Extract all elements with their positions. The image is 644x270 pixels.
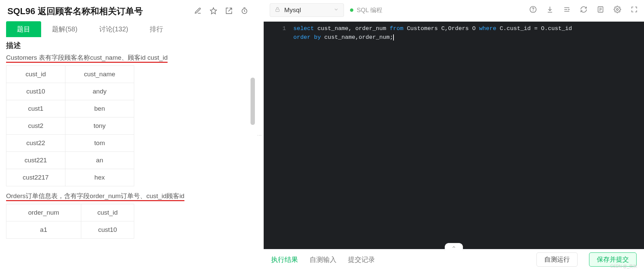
svg-rect-2 — [276, 9, 280, 11]
editor-toolbar: Mysql SQL 编程 — [264, 0, 644, 22]
edit-icon[interactable] — [194, 7, 202, 16]
editor-mode: SQL 编程 — [350, 6, 382, 14]
page-title: SQL96 返回顾客名称和相关订单号 — [7, 5, 191, 17]
tab-discuss[interactable]: 讨论(132) — [88, 21, 139, 37]
help-icon[interactable] — [529, 6, 537, 15]
desc-para1: Customers 表有字段顾客名称cust_name、顾客id cust_id — [6, 53, 250, 62]
pane-splitter[interactable]: ⋮ — [256, 0, 264, 270]
line-number: 1 — [264, 24, 286, 33]
lock-icon — [275, 6, 280, 14]
svg-point-4 — [533, 11, 533, 11]
code-editor[interactable]: 1 select cust_name, order_num from Custo… — [264, 22, 644, 249]
table-header: cust_id — [81, 204, 134, 221]
fullscreen-icon[interactable] — [631, 6, 638, 15]
format-icon[interactable] — [563, 6, 570, 15]
tab-history[interactable]: 提交记录 — [348, 255, 375, 264]
table-row: cust10andy — [6, 83, 134, 100]
customers-table: cust_id cust_name cust10andy cust1ben cu… — [6, 65, 134, 186]
status-dot-icon — [350, 8, 353, 12]
table-row: cust1ben — [6, 100, 134, 117]
kw-order: order — [293, 34, 311, 40]
table-row: cust22tom — [6, 135, 134, 152]
right-panel: Mysql SQL 编程 1 select cust_name, order_n… — [264, 0, 644, 270]
share-icon[interactable] — [225, 7, 233, 16]
code-tables: Customers C,Orders O — [403, 25, 479, 32]
code-area[interactable]: select cust_name, order_num from Custome… — [292, 22, 644, 249]
mode-label: SQL 编程 — [357, 6, 382, 14]
editor-toolbar-icons — [529, 6, 638, 15]
table-row: cust221an — [6, 152, 134, 169]
code-cols: cust_name, order_num — [314, 25, 389, 32]
table-row: cust2tony — [6, 117, 134, 135]
notes-icon[interactable] — [597, 6, 604, 15]
table-header: cust_id — [6, 66, 65, 83]
svg-marker-0 — [210, 7, 216, 14]
tab-rank[interactable]: 排行 — [139, 21, 174, 37]
scrollbar-thumb[interactable] — [251, 78, 255, 125]
bottom-bar: 执行结果 自测输入 提交记录 自测运行 保存并提交 CSDN @_奕秋 — [264, 249, 644, 270]
title-toolbar — [194, 7, 248, 16]
section-heading-desc: 描述 — [6, 40, 250, 51]
download-icon[interactable] — [546, 6, 554, 15]
desc-para1-text: Customers 表有字段顾客名称cust_name、顾客id cust_id — [6, 54, 168, 63]
refresh-icon[interactable] — [580, 6, 587, 15]
timer-icon[interactable] — [241, 7, 248, 16]
kw-where: where — [479, 25, 496, 32]
table-row: cust2217hex — [6, 169, 134, 186]
code-cond: C.cust_id = O.cust_id — [496, 25, 572, 32]
language-select[interactable]: Mysql — [270, 3, 344, 17]
tab-problem[interactable]: 题目 — [6, 21, 41, 37]
watermark: CSDN @_奕秋 — [610, 264, 637, 269]
desc-para2: Orders订单信息表，含有字段order_num订单号、cust_id顾客id — [6, 192, 250, 200]
left-tabs: 题目 题解(58) 讨论(132) 排行 — [0, 21, 256, 37]
problem-body: 描述 Customers 表有字段顾客名称cust_name、顾客id cust… — [0, 37, 256, 270]
language-label: Mysql — [284, 6, 301, 14]
collapse-up-button[interactable] — [445, 243, 463, 250]
left-header: SQL96 返回顾客名称和相关订单号 — [0, 0, 256, 21]
settings-icon[interactable] — [614, 6, 621, 15]
kw-by: by — [314, 34, 321, 40]
table-row: a1cust10 — [6, 221, 134, 239]
tab-solution[interactable]: 题解(58) — [41, 21, 88, 37]
table-header: order_num — [6, 204, 81, 221]
star-icon[interactable] — [210, 7, 217, 16]
svg-point-12 — [616, 8, 618, 10]
line-gutter: 1 — [264, 22, 292, 249]
cursor — [393, 34, 394, 40]
chevron-down-icon — [333, 6, 339, 14]
desc-para2-text: Orders订单信息表，含有字段order_num订单号、cust_id顾客id — [6, 192, 184, 201]
tab-result[interactable]: 执行结果 — [271, 255, 298, 264]
table-header: cust_name — [65, 66, 134, 83]
tab-selftest-input[interactable]: 自测输入 — [310, 255, 336, 264]
left-panel: SQL96 返回顾客名称和相关订单号 题目 题解(58) 讨论(132) 排行 … — [0, 0, 256, 270]
orders-table: order_num cust_id a1cust10 — [6, 204, 134, 239]
self-test-run-button[interactable]: 自测运行 — [536, 252, 578, 267]
kw-select: select — [293, 25, 314, 32]
kw-from: from — [390, 25, 404, 32]
code-ordercols: cust_name,order_num; — [321, 34, 393, 40]
